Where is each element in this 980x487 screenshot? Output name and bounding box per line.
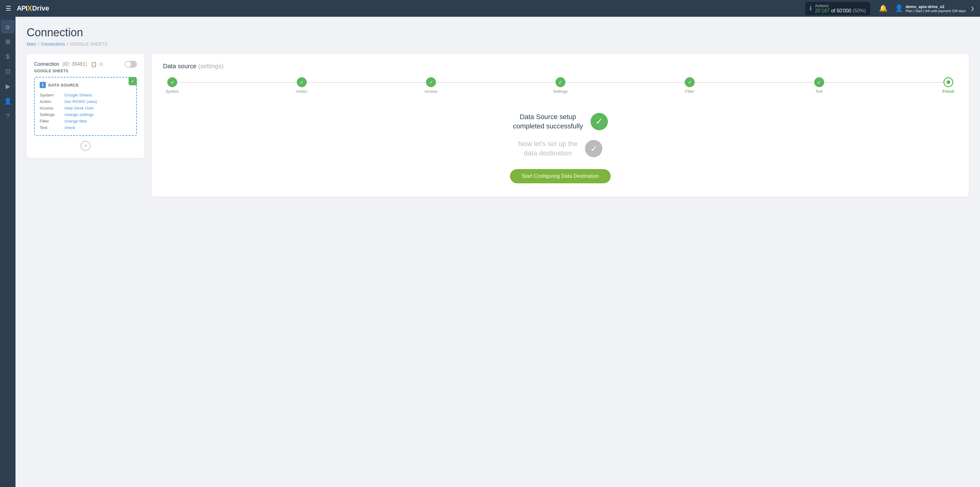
table-row: Filter change filter: [40, 118, 131, 125]
sidebar-item-billing[interactable]: $: [1, 49, 14, 63]
next-message: Now let's set up thedata destination: [519, 139, 578, 158]
success-row-1: Data Source setupcompleted successfully …: [513, 112, 608, 131]
plan-info: Plan | Start | left until payment 339 da…: [906, 9, 966, 13]
google-sheets-label: GOOGLE SHEETS: [34, 69, 137, 73]
sidebar: ⌂ ⊞ $ ⊡ ▶ 👤 ?: [0, 17, 16, 487]
step-circle-access: ✓: [426, 77, 436, 87]
step-label-system: System: [165, 89, 179, 94]
card-title: Connection (ID: 39481) 📋 ⚙: [34, 61, 137, 68]
card-icons: 📋 ⚙: [91, 61, 103, 67]
step-circle-action: ✓: [297, 77, 307, 87]
row-value[interactable]: change settings: [64, 111, 131, 118]
info-icon: ℹ: [810, 5, 812, 12]
datasource-header-settings: (settings): [198, 63, 223, 69]
breadcrumb-current: GOOGLE SHEETS: [70, 42, 108, 46]
username: demo_apix-drive_s2: [906, 4, 966, 9]
sidebar-item-help[interactable]: ?: [1, 109, 14, 123]
steps-row: ✓ System ✓ Action ✓ Access ✓ Settings ✓: [163, 77, 958, 94]
step-filter: ✓ Filter: [680, 77, 699, 94]
datasource-box: ✓ 1 DATA SOURCE System Google Sheets Act…: [34, 77, 137, 136]
breadcrumb-main[interactable]: Main: [27, 42, 36, 46]
datasource-header: Data source (settings): [163, 63, 958, 70]
sidebar-item-user[interactable]: 👤: [1, 94, 14, 108]
sidebar-item-briefcase[interactable]: ⊡: [1, 64, 14, 78]
dollar-icon: $: [6, 53, 9, 60]
right-card: Data source (settings) ✓ System ✓ Action…: [152, 54, 969, 196]
sidebar-item-home[interactable]: ⌂: [1, 20, 14, 34]
briefcase-icon: ⊡: [5, 68, 11, 75]
start-configuring-button[interactable]: Start Configuring Data Destination: [510, 169, 611, 183]
help-icon: ?: [6, 113, 9, 120]
grid-icon: ⊞: [5, 38, 11, 45]
success-area: Data Source setupcompleted successfully …: [163, 112, 958, 183]
check-icon: ✓: [131, 78, 135, 84]
step-test: ✓ Test: [810, 77, 829, 94]
row-value[interactable]: check: [64, 125, 131, 131]
table-row: Test check: [40, 125, 131, 131]
step-label-settings: Settings: [553, 89, 568, 94]
left-card: Connection (ID: 39481) 📋 ⚙ GOOGLE SHEETS…: [27, 54, 145, 158]
user-icon: 👤: [4, 97, 12, 105]
logo-x: X: [27, 4, 32, 13]
actions-label: Actions:: [815, 3, 865, 8]
step-label-filter: Filter: [685, 89, 694, 94]
content-row: Connection (ID: 39481) 📋 ⚙ GOOGLE SHEETS…: [27, 54, 969, 196]
main-content: Connection Main / Connections / GOOGLE S…: [16, 17, 980, 487]
step-label-action: Action: [296, 89, 307, 94]
step-label-test: Test: [816, 89, 823, 94]
toggle-switch[interactable]: [124, 61, 137, 68]
row-value[interactable]: Google Sheets: [64, 92, 131, 98]
step-label-access: Access: [425, 89, 438, 94]
datasource-title: 1 DATA SOURCE: [40, 82, 131, 88]
breadcrumb-connections[interactable]: Connections: [41, 42, 65, 46]
ds-number: 1: [40, 82, 46, 88]
table-row: Settings change settings: [40, 111, 131, 118]
breadcrumb: Main / Connections / GOOGLE SHEETS: [27, 42, 969, 46]
table-row: System Google Sheets: [40, 92, 131, 98]
datasource-table: System Google Sheets Action Get ROWS (ne…: [40, 92, 131, 131]
copy-icon[interactable]: 📋: [91, 61, 97, 67]
topnav: ☰ API X Drive ℹ Actions: 25'187 of 50'00…: [0, 0, 980, 17]
logo-drive: Drive: [32, 4, 49, 13]
row-key: Settings: [40, 111, 64, 118]
success-check-green: ✓: [590, 113, 608, 130]
step-circle-finish: [943, 77, 953, 87]
row-value[interactable]: Get ROWS (new): [64, 98, 131, 105]
step-finish: Finish: [939, 77, 958, 94]
datasource-badge: ✓: [129, 77, 137, 85]
step-circle-filter: ✓: [685, 77, 695, 87]
row-value[interactable]: change filter: [64, 118, 131, 125]
row-value[interactable]: Help Desk User: [64, 105, 131, 111]
chevron-down-icon[interactable]: ❯: [971, 6, 974, 11]
hamburger-icon[interactable]: ☰: [6, 5, 11, 12]
user-menu[interactable]: 👤 demo_apix-drive_s2 Plan | Start | left…: [895, 4, 974, 13]
card-title-text: Connection: [34, 61, 59, 67]
logo-api: API: [17, 4, 27, 13]
actions-count: 25'187 of 50'000 (50%): [815, 8, 865, 14]
step-action: ✓ Action: [293, 77, 311, 94]
step-circle-settings: ✓: [555, 77, 565, 87]
sidebar-item-grid[interactable]: ⊞: [1, 35, 14, 48]
step-circle-system: ✓: [167, 77, 177, 87]
actions-of: of: [831, 8, 837, 13]
add-button-container: +: [34, 141, 137, 151]
actions-total: 50'000: [837, 8, 851, 13]
row-key: System: [40, 92, 64, 98]
success-row-2: Now let's set up thedata destination ✓: [519, 139, 602, 158]
success-check-gray: ✓: [585, 140, 602, 157]
play-icon: ▶: [6, 83, 10, 90]
datasource-header-title: Data source: [163, 63, 196, 69]
step-system: ✓ System: [163, 77, 181, 94]
row-key: Test: [40, 125, 64, 131]
settings-icon[interactable]: ⚙: [99, 61, 103, 67]
sidebar-item-play[interactable]: ▶: [1, 80, 14, 93]
actions-current: 25'187: [815, 8, 830, 13]
row-key: Filter: [40, 118, 64, 125]
step-label-finish: Finish: [942, 89, 954, 94]
bell-icon[interactable]: 🔔: [879, 4, 887, 13]
user-info: demo_apix-drive_s2 Plan | Start | left u…: [906, 4, 966, 13]
step-circle-test: ✓: [814, 77, 824, 87]
success-message: Data Source setupcompleted successfully: [513, 112, 583, 131]
add-datasource-button[interactable]: +: [81, 141, 91, 151]
page-title: Connection: [27, 26, 969, 39]
